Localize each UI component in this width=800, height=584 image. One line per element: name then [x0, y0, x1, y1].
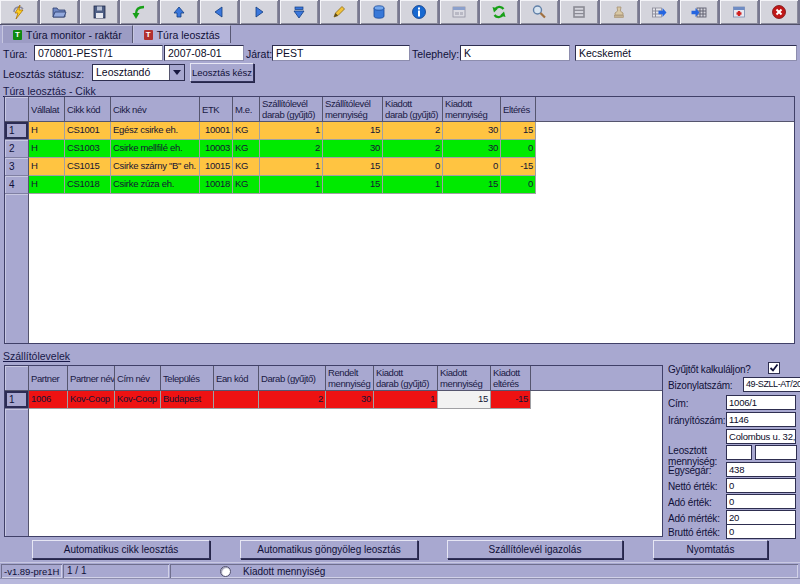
leosztott-mennyiseg-input-2[interactable]: [755, 445, 797, 460]
iranyitoszam-input[interactable]: 1146: [726, 412, 796, 427]
leosztott-mennyiseg-input-1[interactable]: [726, 445, 752, 460]
netto-ertek-input[interactable]: 0: [726, 478, 796, 493]
tura-date-input[interactable]: 2007-08-01: [164, 45, 244, 61]
info-button[interactable]: [400, 0, 438, 24]
column-header[interactable]: Kiadott eltérés: [491, 366, 531, 390]
table-cell[interactable]: 30: [443, 122, 501, 140]
table-cell[interactable]: 1006: [29, 391, 68, 409]
jarat-input[interactable]: PEST: [272, 45, 410, 61]
table-cell[interactable]: 15: [323, 122, 383, 140]
table-cell[interactable]: 15: [438, 391, 491, 409]
column-header[interactable]: M.e.: [233, 97, 260, 121]
automatikus-cikk-leosztas-button[interactable]: Automatikus cikk leosztás: [32, 540, 210, 559]
telephely-name-input[interactable]: Kecskemét: [575, 45, 797, 61]
table-cell[interactable]: Egész csirke eh.: [111, 122, 200, 140]
table-cell[interactable]: 15: [501, 122, 536, 140]
table-cell[interactable]: 2: [383, 122, 443, 140]
ado-mertek-input[interactable]: 20: [726, 510, 796, 525]
column-header[interactable]: Kiadott darab (gyűjtő): [374, 366, 438, 390]
column-header[interactable]: ETK: [200, 97, 233, 121]
szallitolevelek-grid[interactable]: PartnerPartner névCím névTelepülésEan kó…: [4, 365, 663, 537]
table-cell[interactable]: CS1018: [65, 176, 111, 194]
column-header[interactable]: Partner: [29, 366, 68, 390]
table-cell[interactable]: KG: [233, 140, 260, 158]
table-cell[interactable]: Csirke zúza eh.: [111, 176, 200, 194]
exit-button[interactable]: [760, 0, 798, 24]
column-header[interactable]: Szállítólevél darab (gyűjtő): [260, 97, 323, 121]
table-cell[interactable]: 15: [323, 176, 383, 194]
table-cell[interactable]: KG: [233, 158, 260, 176]
utca-input[interactable]: Colombus u. 32,: [726, 429, 796, 444]
import-table-button[interactable]: [680, 0, 718, 24]
tab-tura-monitor[interactable]: T Túra monitor - raktár: [2, 25, 133, 43]
table-row[interactable]: 3HCS1015Csirke szárny "B" eh.10015KG1150…: [5, 158, 794, 176]
column-header[interactable]: Cikk kód: [65, 97, 111, 121]
table-cell[interactable]: 1: [383, 176, 443, 194]
dropdown-button[interactable]: [169, 65, 184, 80]
automatikus-gongyoleg-leosztas-button[interactable]: Automatikus göngyöleg leosztás: [240, 540, 418, 559]
table-cell[interactable]: 0: [383, 158, 443, 176]
table-cell[interactable]: CS1003: [65, 140, 111, 158]
open-button[interactable]: [40, 0, 78, 24]
column-header[interactable]: Vállalat: [29, 97, 65, 121]
table-cell[interactable]: -15: [491, 391, 531, 409]
column-header[interactable]: Cikk név: [111, 97, 200, 121]
table-cell[interactable]: H: [29, 176, 65, 194]
table-cell[interactable]: 10018: [200, 176, 233, 194]
table-cell[interactable]: 2: [383, 140, 443, 158]
table-cell[interactable]: Kov-Coop: [115, 391, 161, 409]
column-header[interactable]: Darab (gyűjtő): [259, 366, 326, 390]
table-cell[interactable]: 2: [259, 391, 326, 409]
column-header[interactable]: Kiadott mennyiség: [443, 97, 501, 121]
column-header[interactable]: Cím név: [115, 366, 161, 390]
prior-record-button[interactable]: [200, 0, 238, 24]
gyujto-kalkulaljon-checkbox[interactable]: [768, 362, 780, 374]
table-row[interactable]: 4HCS1018Csirke zúza eh.10018KG1151150: [5, 176, 794, 194]
first-record-button[interactable]: [160, 0, 198, 24]
table-cell[interactable]: CS1001: [65, 122, 111, 140]
telephely-code-input[interactable]: K: [460, 45, 570, 61]
table-cell[interactable]: 30: [323, 140, 383, 158]
table-cell[interactable]: 0: [443, 158, 501, 176]
table-cell[interactable]: 15: [323, 158, 383, 176]
stamp-button[interactable]: [600, 0, 638, 24]
column-header[interactable]: Ean kód: [214, 366, 259, 390]
brutto-ertek-input[interactable]: 0: [726, 524, 796, 539]
table-cell[interactable]: 2: [260, 140, 323, 158]
search-button[interactable]: [520, 0, 558, 24]
column-header[interactable]: Eltérés: [501, 97, 536, 121]
last-record-button[interactable]: [280, 0, 318, 24]
column-header[interactable]: Partner név: [68, 366, 115, 390]
table-cell[interactable]: 15: [443, 176, 501, 194]
tab-tura-leosztas[interactable]: T Túra leosztás: [133, 25, 231, 43]
table-cell[interactable]: Csirke szárny "B" eh.: [111, 158, 200, 176]
table-cell[interactable]: 1: [260, 158, 323, 176]
kiadott-mennyiseg-radio[interactable]: [220, 566, 231, 577]
ado-ertek-input[interactable]: 0: [726, 494, 796, 509]
column-header[interactable]: Település: [161, 366, 214, 390]
table-cell[interactable]: 30: [326, 391, 374, 409]
table-cell[interactable]: Kov-Coop: [68, 391, 115, 409]
table-cell[interactable]: 0: [501, 140, 536, 158]
table-cell[interactable]: -15: [501, 158, 536, 176]
nyomtatas-button[interactable]: Nyomtatás: [653, 540, 768, 559]
table-cell[interactable]: H: [29, 140, 65, 158]
new-window-button[interactable]: [720, 0, 758, 24]
column-header[interactable]: Kiadott mennyiség: [438, 366, 491, 390]
column-header[interactable]: Szállítólevél mennyiség: [323, 97, 383, 121]
table-cell[interactable]: H: [29, 122, 65, 140]
table-cell[interactable]: H: [29, 158, 65, 176]
refresh-button[interactable]: [480, 0, 518, 24]
grid-view-button[interactable]: [560, 0, 598, 24]
table-cell[interactable]: 10003: [200, 140, 233, 158]
export-table-button[interactable]: [640, 0, 678, 24]
cim-input[interactable]: 1006/1: [726, 395, 796, 410]
table-cell[interactable]: 1: [374, 391, 438, 409]
table-row[interactable]: 11006Kov-CoopKov-CoopBudapest230115-15: [5, 391, 662, 409]
column-header[interactable]: Rendelt mennyiség: [326, 366, 374, 390]
cikk-grid[interactable]: VállalatCikk kódCikk névETKM.e.Szállítól…: [4, 96, 795, 344]
table-cell[interactable]: 1: [260, 176, 323, 194]
table-cell[interactable]: [214, 391, 259, 409]
bizonylatszam-input[interactable]: 49-SZLL-AT/2007: [743, 377, 800, 392]
leosztas-kesz-button[interactable]: Leosztás kész: [190, 63, 254, 82]
